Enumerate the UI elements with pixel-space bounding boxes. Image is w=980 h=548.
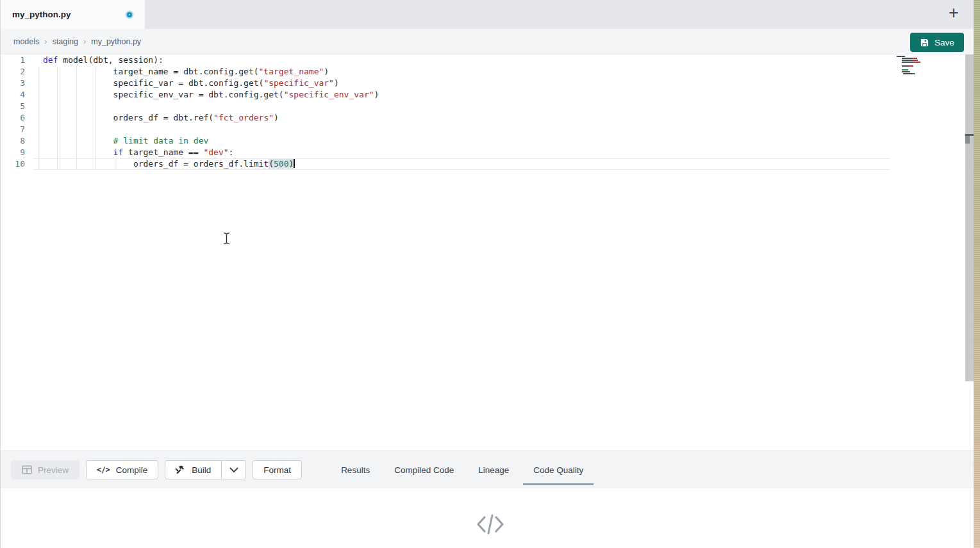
code-slash-icon — [475, 513, 506, 538]
preview-button-label: Preview — [38, 465, 69, 475]
code-text: orders_df = dbt.ref("fct_orders") — [25, 112, 279, 124]
save-button-label: Save — [934, 38, 954, 47]
line-number: 6 — [1, 112, 25, 124]
minimap-line — [897, 65, 934, 67]
bottom-toolbar: Preview </> Compile Build Format — [1, 451, 974, 488]
tab-title: my_python.py — [12, 10, 71, 19]
breadcrumb-item[interactable]: models — [13, 37, 39, 46]
new-tab-button[interactable]: + — [943, 3, 964, 23]
code-text: if target_name == "dev": — [25, 147, 233, 158]
code-text: # limit data in dev — [25, 135, 208, 147]
line-number: 9 — [1, 147, 25, 158]
code-text: def model(dbt, session): — [25, 54, 163, 66]
code-line-8[interactable]: 8 # limit data in dev — [1, 135, 892, 147]
save-button[interactable]: Save — [910, 33, 964, 52]
build-options-button[interactable] — [222, 460, 246, 479]
hammer-icon — [176, 465, 186, 475]
code-text: orders_df = orders_df.limit(500) — [25, 158, 295, 170]
code-brackets-icon: </> — [97, 465, 110, 474]
panel-tab-code-quality[interactable]: Code Quality — [521, 451, 595, 488]
editor-tab-bar: my_python.py + — [1, 0, 974, 29]
code-editor[interactable]: 1def model(dbt, session):2 target_name =… — [1, 54, 974, 451]
minimap-line — [897, 58, 934, 59]
breadcrumb-item[interactable]: my_python.py — [91, 37, 141, 46]
code-text: specific_var = dbt.config.get("specific_… — [25, 78, 339, 89]
minimap-line — [897, 63, 934, 65]
text-ibeam-cursor — [222, 232, 231, 247]
breadcrumb-separator: › — [44, 37, 47, 46]
line-number: 3 — [1, 78, 25, 89]
minimap-line — [897, 67, 934, 69]
dbt-cloud-ide: { "tab_bar": { "tab_title": "my_python.p… — [0, 0, 980, 548]
format-button[interactable]: Format — [253, 460, 302, 479]
code-line-3[interactable]: 3 specific_var = dbt.config.get("specifi… — [1, 78, 892, 89]
line-number: 5 — [1, 101, 25, 112]
minimap[interactable] — [897, 56, 934, 75]
format-button-label: Format — [263, 465, 291, 475]
breadcrumb-item[interactable]: staging — [53, 37, 78, 46]
unsaved-indicator-dot — [127, 12, 132, 17]
floppy-disk-icon — [920, 38, 929, 47]
code-line-10[interactable]: 10 orders_df = orders_df.limit(500) — [1, 158, 892, 170]
breadcrumb-separator: › — [83, 37, 86, 46]
code-text — [25, 101, 43, 112]
minimap-line — [897, 69, 934, 71]
panel-tab-results[interactable]: Results — [329, 451, 382, 488]
code-text: specific_env_var = dbt.config.get("speci… — [25, 89, 379, 101]
preview-button[interactable]: Preview — [11, 460, 79, 479]
build-button-label: Build — [192, 465, 211, 475]
line-number: 1 — [1, 54, 25, 66]
line-number: 10 — [1, 158, 25, 170]
build-button-group: Build — [165, 460, 246, 479]
code-line-5[interactable]: 5 — [1, 101, 892, 112]
code-line-4[interactable]: 4 specific_env_var = dbt.config.get("spe… — [1, 89, 892, 101]
compile-button[interactable]: </> Compile — [86, 460, 158, 479]
minimap-line — [897, 56, 934, 57]
line-number: 8 — [1, 135, 25, 147]
code-lines: 1def model(dbt, session):2 target_name =… — [1, 54, 974, 170]
code-line-2[interactable]: 2 target_name = dbt.config.get("target_n… — [1, 66, 892, 78]
code-text — [25, 124, 43, 135]
code-text: target_name = dbt.config.get("target_nam… — [25, 66, 329, 78]
result-panel-tabs: ResultsCompiled CodeLineageCode Quality — [329, 451, 595, 488]
wallpaper-strip — [974, 0, 980, 548]
line-number: 4 — [1, 89, 25, 101]
line-number: 7 — [1, 124, 25, 135]
code-line-7[interactable]: 7 — [1, 124, 892, 135]
code-line-1[interactable]: 1def model(dbt, session): — [1, 54, 892, 66]
panel-tab-compiled-code[interactable]: Compiled Code — [382, 451, 466, 488]
text-caret — [294, 158, 295, 168]
minimap-line — [897, 73, 934, 74]
code-line-6[interactable]: 6 orders_df = dbt.ref("fct_orders") — [1, 112, 892, 124]
build-button[interactable]: Build — [165, 460, 222, 479]
table-icon — [22, 465, 32, 474]
breadcrumb: models›staging›my_python.py — [12, 37, 142, 46]
chevron-down-icon — [229, 467, 238, 473]
minimap-line — [897, 60, 934, 61]
breadcrumb-bar: models›staging›my_python.py — [1, 29, 974, 54]
panel-tab-lineage[interactable]: Lineage — [466, 451, 521, 488]
compile-button-label: Compile — [116, 465, 148, 475]
minimap-line — [897, 62, 934, 63]
tab-my-python-py[interactable]: my_python.py — [1, 0, 145, 29]
line-number: 2 — [1, 66, 25, 78]
code-line-9[interactable]: 9 if target_name == "dev": — [1, 147, 892, 158]
minimap-line — [897, 71, 934, 72]
